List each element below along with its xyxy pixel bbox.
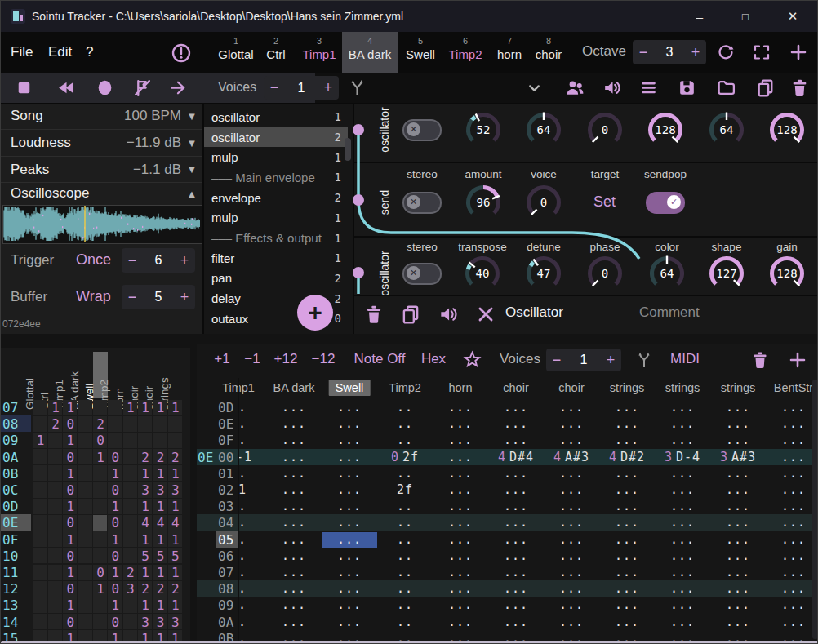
target-set-button[interactable]: Set [593, 193, 616, 211]
note-cell[interactable]: ... [599, 499, 655, 513]
order-cell[interactable] [93, 482, 107, 498]
order-cell[interactable] [33, 630, 47, 642]
fullscreen-icon[interactable] [752, 42, 771, 62]
order-cell[interactable] [78, 531, 92, 547]
note-cell[interactable]: ... [544, 565, 599, 580]
note-cell[interactable]: ... [710, 416, 766, 431]
note-cell[interactable]: .. [377, 581, 433, 596]
note-cell[interactable]: ... [544, 499, 599, 513]
rewind-icon[interactable] [56, 78, 77, 98]
note-cell[interactable]: ... [322, 615, 377, 629]
order-cell[interactable] [48, 465, 62, 481]
warning-icon[interactable] [171, 42, 192, 64]
note-cell[interactable]: ... [710, 549, 766, 563]
note-cell[interactable]: ... [433, 416, 488, 431]
note-cell[interactable]: ... [322, 515, 377, 530]
note-cell[interactable]: 0-1 [237, 450, 266, 464]
note-cell[interactable]: .. [237, 416, 266, 431]
note-cell[interactable]: ... [599, 597, 655, 612]
order-cell[interactable] [48, 482, 62, 498]
note-cell[interactable]: ... [710, 565, 766, 580]
note-cell[interactable]: .. [377, 615, 433, 629]
instrument-tab-ctrl[interactable]: 2Ctrl [260, 32, 292, 73]
editor-selected-cell[interactable]: ... [322, 532, 377, 548]
note-cell[interactable]: ... [599, 466, 655, 481]
menu-icon[interactable] [638, 78, 659, 98]
note-cell[interactable]: ... [322, 416, 377, 431]
order-cell[interactable] [48, 581, 62, 597]
note-cell[interactable]: ... [710, 532, 766, 547]
note-cell[interactable]: ... [655, 565, 710, 580]
note-cell[interactable]: 2f [377, 482, 433, 497]
note-cell[interactable]: ... [599, 565, 655, 580]
note-cell[interactable]: 4D#2 [599, 450, 655, 464]
unit-list-item-mulp[interactable]: mulp1 [204, 147, 348, 167]
close-button[interactable]: ✕ [774, 1, 811, 32]
chevron-down-icon[interactable] [524, 78, 545, 98]
note-cell[interactable]: ... [766, 482, 818, 497]
note-cell[interactable]: .. [237, 532, 266, 547]
order-row-number[interactable]: 13 [2, 597, 18, 613]
note-cell[interactable]: .. [237, 400, 266, 415]
note-cell[interactable]: ... [488, 615, 544, 629]
order-cell[interactable] [48, 499, 62, 514]
order-cell[interactable] [78, 565, 92, 580]
note-cell[interactable]: ... [433, 549, 488, 563]
note-cell[interactable]: .. [377, 549, 433, 563]
order-cell[interactable] [123, 433, 137, 448]
order-cell[interactable] [78, 515, 92, 531]
copy-icon[interactable] [400, 304, 421, 325]
order-row-number[interactable]: 0F [2, 532, 18, 548]
unit-list-item--Effects-output[interactable]: ––– Effects & output1 [204, 228, 348, 248]
order-cell[interactable] [153, 433, 167, 448]
editor-row-number[interactable]: 05 [218, 532, 233, 548]
phase-knob[interactable]: 0 [585, 254, 625, 293]
order-cell[interactable] [108, 416, 122, 432]
note-cell[interactable]: ... [655, 597, 710, 612]
order-cell[interactable] [123, 449, 137, 464]
unit-comment-field[interactable]: Comment [639, 304, 700, 321]
volume-icon[interactable] [438, 304, 459, 325]
trigger-mode-button[interactable]: Once [76, 251, 111, 269]
order-cell[interactable] [33, 482, 47, 498]
order-cell[interactable] [48, 630, 62, 642]
note-cell[interactable]: ... [655, 532, 710, 547]
unit-list-item-oscillator[interactable]: oscillator2 [204, 127, 348, 148]
chevron-up-icon[interactable]: ▲ [181, 188, 202, 200]
note-cell[interactable]: 3D-4 [655, 450, 710, 464]
order-row-number[interactable]: 10 [2, 549, 18, 564]
note-cell[interactable]: ... [544, 581, 599, 596]
play-arrow-icon[interactable] [168, 78, 189, 98]
note-cell[interactable]: .. [237, 597, 266, 612]
note-cell[interactable]: ... [655, 400, 710, 415]
x-mark-icon[interactable] [475, 304, 496, 325]
order-cell[interactable] [93, 548, 107, 563]
folder-icon[interactable] [716, 78, 736, 98]
order-cell[interactable] [93, 499, 107, 514]
sendpop-toggle[interactable]: ✓ [646, 192, 685, 214]
note-cell[interactable]: ... [322, 597, 377, 612]
note-cell[interactable]: ... [488, 499, 544, 513]
note-cell[interactable]: ... [655, 482, 710, 497]
order-cell[interactable] [33, 597, 47, 613]
note-cell[interactable]: .. [237, 549, 266, 563]
order-cell[interactable] [48, 597, 62, 613]
note-cell[interactable]: ... [433, 532, 488, 547]
minimize-button[interactable]: – [681, 1, 718, 32]
maximize-button[interactable]: □ [727, 1, 764, 32]
note-cell[interactable]: ... [266, 515, 322, 530]
order-cell[interactable] [33, 565, 47, 580]
unit-list-item-filter[interactable]: filter1 [204, 248, 348, 269]
note-cell[interactable]: ... [599, 549, 655, 563]
note-cell[interactable]: ... [433, 597, 488, 612]
note-cell[interactable]: ... [766, 515, 818, 530]
note-cell[interactable]: ... [655, 466, 710, 481]
note-cell[interactable]: ... [766, 549, 818, 563]
note-cell[interactable]: ... [544, 466, 599, 481]
shape-knob[interactable]: 127 [707, 254, 746, 293]
order-cell[interactable] [138, 433, 152, 448]
buffer-plus-button[interactable]: + [174, 289, 195, 306]
stop-icon[interactable] [14, 78, 34, 98]
note-cell[interactable]: ... [544, 532, 599, 547]
note-cell[interactable]: ... [433, 565, 488, 580]
